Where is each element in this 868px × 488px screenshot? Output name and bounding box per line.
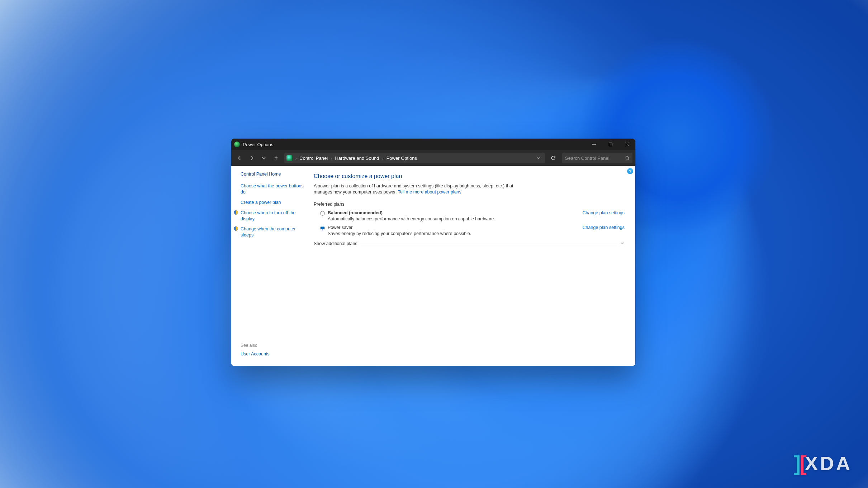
preferred-plans-label: Preferred plans [314,202,625,207]
plan-description: Automatically balances performance with … [328,216,575,221]
svg-rect-0 [609,143,612,146]
plan-balanced: Balanced (recommended) Automatically bal… [314,210,625,221]
search-box[interactable] [562,153,632,163]
power-options-icon [234,142,240,147]
search-input[interactable] [565,156,625,161]
svg-point-1 [626,156,629,159]
control-panel-window: Power Options › Control Panel › [231,139,635,366]
close-button[interactable] [619,139,635,150]
control-panel-home-link[interactable]: Control Panel Home [241,172,306,177]
back-button[interactable] [234,153,245,163]
xda-watermark: [[ XDA [800,451,852,475]
plan-power-saver-radio[interactable] [320,226,325,230]
recent-dropdown-button[interactable] [258,153,269,163]
maximize-button[interactable] [602,139,619,150]
sidebar-link-label: Choose what the power buttons do [241,183,306,195]
search-icon [625,156,630,161]
chevron-right-icon[interactable]: › [330,156,333,161]
chevron-right-icon[interactable]: › [294,156,297,161]
more-info-link[interactable]: Tell me more about power plans [398,190,461,195]
window-title: Power Options [243,142,273,147]
plan-description: Saves energy by reducing your computer's… [328,231,575,236]
refresh-button[interactable] [548,153,559,163]
sidebar-link-user-accounts[interactable]: User Accounts [241,351,306,357]
xda-logo-icon: [[ [800,451,801,475]
content-area: Control Panel Home Choose what the power… [231,166,635,366]
plan-name[interactable]: Power saver [328,225,575,230]
sidebar-link-create-plan[interactable]: Create a power plan [241,200,306,206]
sidebar-link-label: Create a power plan [241,200,281,206]
sidebar-link-power-buttons[interactable]: Choose what the power buttons do [241,183,306,195]
chevron-right-icon[interactable]: › [381,156,384,161]
chevron-down-icon [620,241,625,247]
breadcrumb-control-panel[interactable]: Control Panel [298,156,329,161]
page-description: A power plan is a collection of hardware… [314,183,522,195]
show-additional-plans-expander[interactable]: Show additional plans [314,241,625,247]
watermark-text: XDA [805,452,852,474]
main-panel: ? Choose or customize a power plan A pow… [310,166,635,366]
plan-name[interactable]: Balanced (recommended) [328,210,575,215]
change-plan-settings-link[interactable]: Change plan settings [583,225,625,230]
page-title: Choose or customize a power plan [314,173,625,180]
divider [360,244,617,244]
blank-icon [233,183,238,188]
sidebar-link-computer-sleeps[interactable]: Change when the computer sleeps [241,226,306,238]
see-also-label: See also [241,343,306,348]
address-dropdown-button[interactable] [534,156,543,160]
navigation-bar: › Control Panel › Hardware and Sound › P… [231,150,635,166]
shield-icon [233,210,238,215]
minimize-button[interactable] [586,139,602,150]
plan-power-saver: Power saver Saves energy by reducing you… [314,225,625,236]
sidebar-link-label: Choose when to turn off the display [241,210,306,222]
change-plan-settings-link[interactable]: Change plan settings [583,210,625,215]
address-bar[interactable]: › Control Panel › Hardware and Sound › P… [284,153,545,163]
sidebar-link-label: Change when the computer sleeps [241,226,306,238]
sidebar: Control Panel Home Choose what the power… [231,166,310,366]
control-panel-icon [286,155,292,161]
forward-button[interactable] [246,153,257,163]
titlebar[interactable]: Power Options [231,139,635,150]
breadcrumb-power-options[interactable]: Power Options [385,156,418,161]
help-icon[interactable]: ? [627,168,633,174]
breadcrumb-hardware-sound[interactable]: Hardware and Sound [333,156,380,161]
blank-icon [233,200,238,205]
plan-balanced-radio[interactable] [320,211,325,216]
up-button[interactable] [271,153,281,163]
sidebar-link-display-off[interactable]: Choose when to turn off the display [241,210,306,222]
shield-icon [233,226,238,231]
expander-label: Show additional plans [314,241,357,246]
